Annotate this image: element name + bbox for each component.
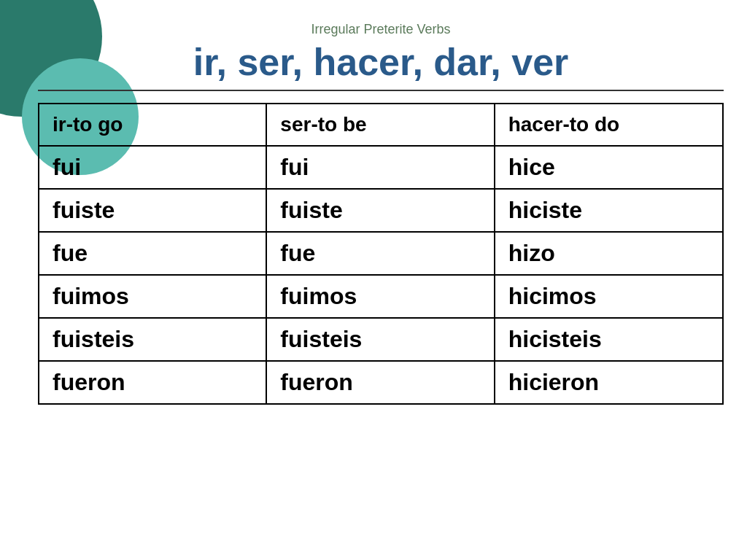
cell-ir-2: fue bbox=[39, 232, 266, 275]
cell-ir-4: fuisteis bbox=[39, 318, 266, 361]
cell-ser-3: fuimos bbox=[266, 275, 494, 318]
main-title: ir, ser, hacer, dar, ver bbox=[193, 40, 569, 84]
content-wrapper: Irregular Preterite Verbs ir, ser, hacer… bbox=[0, 0, 747, 405]
cell-hacer-3: hicimos bbox=[495, 275, 723, 318]
table-row: fuifuihice bbox=[39, 146, 723, 189]
cell-ser-2: fue bbox=[266, 232, 494, 275]
cell-hacer-4: hicisteis bbox=[495, 318, 723, 361]
cell-hacer-2: hizo bbox=[495, 232, 723, 275]
cell-ir-3: fuimos bbox=[39, 275, 266, 318]
divider bbox=[38, 90, 724, 91]
cell-ir-1: fuiste bbox=[39, 189, 266, 232]
table-row: fuefuehizo bbox=[39, 232, 723, 275]
cell-ser-4: fuisteis bbox=[266, 318, 494, 361]
cell-ir-5: fueron bbox=[39, 361, 266, 404]
col-header-ser: ser-to be bbox=[266, 104, 494, 146]
table-row: fuisteisfuisteishicisteis bbox=[39, 318, 723, 361]
verb-table: ir-to go ser-to be hacer-to do fuifuihic… bbox=[38, 103, 724, 405]
table-row: fuimosfuimoshicimos bbox=[39, 275, 723, 318]
table-row: fuistefuistehiciste bbox=[39, 189, 723, 232]
col-header-ir: ir-to go bbox=[39, 104, 266, 146]
cell-ir-0: fui bbox=[39, 146, 266, 189]
table-header-row: ir-to go ser-to be hacer-to do bbox=[39, 104, 723, 146]
col-header-hacer: hacer-to do bbox=[495, 104, 723, 146]
cell-ser-1: fuiste bbox=[266, 189, 494, 232]
cell-ser-5: fueron bbox=[266, 361, 494, 404]
cell-hacer-5: hicieron bbox=[495, 361, 723, 404]
table-row: fueronfueronhicieron bbox=[39, 361, 723, 404]
cell-hacer-0: hice bbox=[495, 146, 723, 189]
cell-ser-0: fui bbox=[266, 146, 494, 189]
cell-hacer-1: hiciste bbox=[495, 189, 723, 232]
subtitle: Irregular Preterite Verbs bbox=[311, 22, 450, 37]
